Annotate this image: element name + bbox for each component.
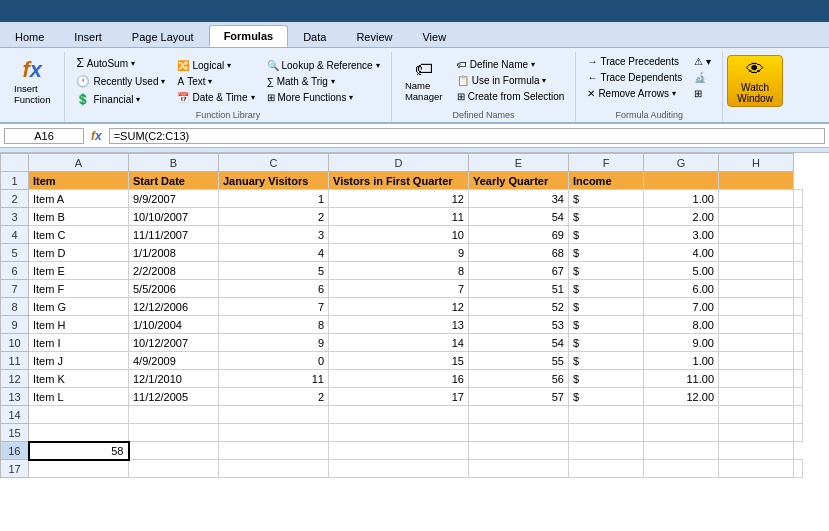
cell-r11-c2[interactable]: 0: [219, 352, 329, 370]
cell-r4-c7[interactable]: [719, 226, 794, 244]
cell-r4-c2[interactable]: 3: [219, 226, 329, 244]
cell-r5-c3[interactable]: 9: [329, 244, 469, 262]
cell-r8-c3[interactable]: 12: [329, 298, 469, 316]
cell-r3-c1[interactable]: 10/10/2007: [129, 208, 219, 226]
cell-r7-c2[interactable]: 6: [219, 280, 329, 298]
col-header-h[interactable]: H: [719, 154, 794, 172]
cell-r4-c4[interactable]: 69: [469, 226, 569, 244]
cell-r5-c6[interactable]: 4.00: [644, 244, 719, 262]
cell-r14-c2[interactable]: [219, 406, 329, 424]
cell-r12-c7[interactable]: [719, 370, 794, 388]
cell-r12-dollar[interactable]: $: [569, 370, 644, 388]
cell-r13-c0[interactable]: Item L: [29, 388, 129, 406]
cell-r11-c1[interactable]: 4/9/2009: [129, 352, 219, 370]
name-box[interactable]: [4, 128, 84, 144]
lookup-reference-button[interactable]: 🔍 Lookup & Reference ▾: [262, 58, 385, 73]
cell-r2-c2[interactable]: 1: [219, 190, 329, 208]
cell-r3-c3[interactable]: 11: [329, 208, 469, 226]
tab-home[interactable]: Home: [0, 25, 59, 47]
tab-page-layout[interactable]: Page Layout: [117, 25, 209, 47]
cell-r14-c5[interactable]: [569, 406, 644, 424]
cell-r13-c6[interactable]: 12.00: [644, 388, 719, 406]
cell-r17-c7[interactable]: [719, 460, 794, 478]
tab-data[interactable]: Data: [288, 25, 341, 47]
header-cell-4[interactable]: Yearly Quarter: [469, 172, 569, 190]
cell-r5-c7[interactable]: [719, 244, 794, 262]
cell-r12-c6[interactable]: 11.00: [644, 370, 719, 388]
cell-r10-c8[interactable]: [794, 334, 803, 352]
cell-r6-c4[interactable]: 67: [469, 262, 569, 280]
cell-r15-c2[interactable]: [219, 424, 329, 442]
cell-r15-c5[interactable]: [569, 424, 644, 442]
cell-r14-c0[interactable]: [29, 406, 129, 424]
cell-r4-c8[interactable]: [794, 226, 803, 244]
cell-r13-c1[interactable]: 11/12/2005: [129, 388, 219, 406]
cell-r8-c2[interactable]: 7: [219, 298, 329, 316]
cell-r8-c0[interactable]: Item G: [29, 298, 129, 316]
cell-r6-c8[interactable]: [794, 262, 803, 280]
cell-r4-c0[interactable]: Item C: [29, 226, 129, 244]
cell-r6-c7[interactable]: [719, 262, 794, 280]
cell-r14-c1[interactable]: [129, 406, 219, 424]
header-cell-0[interactable]: Item: [29, 172, 129, 190]
cell-r2-c1[interactable]: 9/9/2007: [129, 190, 219, 208]
cell-r5-c2[interactable]: 4: [219, 244, 329, 262]
recently-used-button[interactable]: 🕐 Recently Used ▾: [71, 73, 170, 90]
cell-r7-dollar[interactable]: $: [569, 280, 644, 298]
cell-r17-c2[interactable]: [219, 460, 329, 478]
cell-r17-c8[interactable]: [794, 460, 803, 478]
cell-r5-c8[interactable]: [794, 244, 803, 262]
cell-r17-c6[interactable]: [644, 460, 719, 478]
cell-r3-c2[interactable]: 2: [219, 208, 329, 226]
cell-r7-c8[interactable]: [794, 280, 803, 298]
cell-r15-c0[interactable]: [29, 424, 129, 442]
cell-r15-c4[interactable]: [469, 424, 569, 442]
cell-r4-c6[interactable]: 3.00: [644, 226, 719, 244]
tab-review[interactable]: Review: [341, 25, 407, 47]
spreadsheet[interactable]: A B C D E F G H 1ItemStart DateJanuary V…: [0, 153, 829, 478]
cell-r7-c1[interactable]: 5/5/2006: [129, 280, 219, 298]
cell-r15-c7[interactable]: [719, 424, 794, 442]
cell-r9-c6[interactable]: 8.00: [644, 316, 719, 334]
text-button[interactable]: A Text ▾: [172, 74, 259, 89]
cell-r11-c6[interactable]: 1.00: [644, 352, 719, 370]
cell-r14-c6[interactable]: [644, 406, 719, 424]
cell-16-6[interactable]: [644, 442, 719, 460]
cell-r2-c8[interactable]: [794, 190, 803, 208]
tab-formulas[interactable]: Formulas: [209, 25, 289, 47]
more-functions-button[interactable]: ⊞ More Functions ▾: [262, 90, 385, 105]
cell-r12-c0[interactable]: Item K: [29, 370, 129, 388]
cell-r7-c7[interactable]: [719, 280, 794, 298]
cell-r9-c1[interactable]: 1/10/2004: [129, 316, 219, 334]
cell-r2-c0[interactable]: Item A: [29, 190, 129, 208]
cell-r11-c0[interactable]: Item J: [29, 352, 129, 370]
cell-r10-c7[interactable]: [719, 334, 794, 352]
cell-r15-c3[interactable]: [329, 424, 469, 442]
col-header-f[interactable]: F: [569, 154, 644, 172]
cell-r12-c2[interactable]: 11: [219, 370, 329, 388]
cell-r14-c7[interactable]: [719, 406, 794, 424]
cell-r8-c6[interactable]: 7.00: [644, 298, 719, 316]
header-cell-5[interactable]: Income: [569, 172, 644, 190]
cell-r12-c4[interactable]: 56: [469, 370, 569, 388]
cell-r11-c8[interactable]: [794, 352, 803, 370]
watch-window-button[interactable]: 👁 WatchWindow: [727, 55, 783, 107]
cell-r8-c4[interactable]: 52: [469, 298, 569, 316]
cell-r12-c8[interactable]: [794, 370, 803, 388]
cell-16-3[interactable]: [329, 442, 469, 460]
cell-r7-c6[interactable]: 6.00: [644, 280, 719, 298]
cell-r5-dollar[interactable]: $: [569, 244, 644, 262]
cell-r4-dollar[interactable]: $: [569, 226, 644, 244]
header-cell-7[interactable]: [719, 172, 794, 190]
cell-16-7[interactable]: [719, 442, 794, 460]
cell-r5-c1[interactable]: 1/1/2008: [129, 244, 219, 262]
create-from-selection-button[interactable]: ⊞ Create from Selection: [452, 89, 570, 104]
cell-r11-c4[interactable]: 55: [469, 352, 569, 370]
cell-r5-c0[interactable]: Item D: [29, 244, 129, 262]
cell-r7-c4[interactable]: 51: [469, 280, 569, 298]
cell-r9-c3[interactable]: 13: [329, 316, 469, 334]
cell-r11-c3[interactable]: 15: [329, 352, 469, 370]
cell-r4-c1[interactable]: 11/11/2007: [129, 226, 219, 244]
name-manager-button[interactable]: 🏷 NameManager: [398, 54, 450, 106]
remove-arrows-button[interactable]: ✕ Remove Arrows ▾: [582, 86, 687, 101]
